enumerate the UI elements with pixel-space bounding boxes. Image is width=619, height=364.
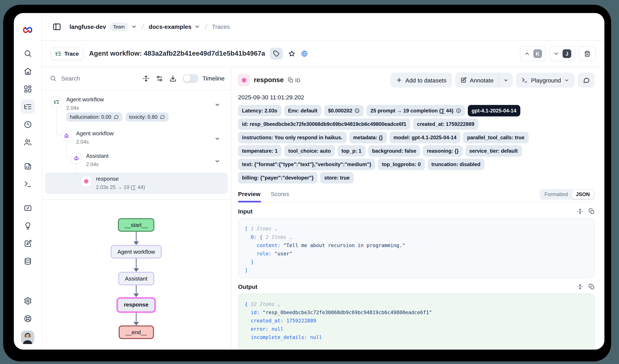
metadata-badge[interactable]: text: {"format":{"type":"text"},"verbosi…	[238, 159, 375, 170]
metadata-badge[interactable]: Latency: 2.03s	[238, 105, 281, 116]
chevron-down-icon[interactable]	[194, 24, 200, 30]
badge-text: tool_choice: auto	[288, 148, 331, 154]
fold-vertical-icon[interactable]	[577, 208, 583, 214]
sidebar-item-settings[interactable]	[21, 294, 35, 308]
collapse-all-button[interactable]	[142, 75, 150, 82]
score-badge[interactable]: toxicity: 0.80	[126, 112, 169, 121]
app-window: langfuse-dev Team / docs-examples / Trac…	[14, 13, 605, 350]
sidebar-item-dashboards[interactable]	[21, 82, 35, 96]
trace-type-chip[interactable]: Trace	[51, 47, 84, 60]
graph-node-end[interactable]: __end__	[119, 325, 154, 339]
tab-scores[interactable]: Scores	[271, 191, 289, 202]
sidebar-item-tracing[interactable]	[21, 99, 35, 114]
robot-icon	[71, 153, 82, 164]
tag-button[interactable]	[270, 48, 282, 59]
star-button[interactable]	[288, 50, 295, 57]
copy-id-button[interactable]: ID	[288, 77, 300, 83]
chevron-down-icon[interactable]	[131, 24, 137, 30]
sidebar-item-annotations[interactable]	[21, 236, 35, 251]
tree-row-agent-workflow[interactable]: Agent workflow2.04s	[61, 131, 114, 145]
metadata-badge[interactable]: instructions: You only respond in haikus…	[238, 132, 346, 143]
chevron-down-icon[interactable]	[214, 158, 220, 164]
metadata-badge[interactable]: Env: default	[284, 105, 322, 116]
metadata-badge[interactable]: service_tier: default	[465, 145, 521, 157]
fold-vertical-icon[interactable]	[577, 284, 583, 290]
sidebar-item-home[interactable]	[21, 64, 35, 78]
list-tree-icon	[24, 102, 32, 111]
copy-icon[interactable]	[589, 208, 595, 214]
sidebar-item-evals[interactable]	[21, 219, 35, 233]
annotate-menu-button[interactable]	[499, 73, 513, 88]
metadata-badge[interactable]: model: gpt-4.1-2025-04-14	[390, 132, 460, 143]
graph-edge	[136, 258, 137, 269]
output-json-viewer[interactable]: { 32 Items ⌄ id: "resp_0beedbcbe3c72fe30…	[238, 294, 595, 350]
tree-row-agent-workflow[interactable]: Agent workflow2.04s	[51, 97, 104, 111]
download-button[interactable]	[169, 75, 176, 82]
metadata-badge[interactable]: tool_choice: auto	[284, 145, 335, 157]
chevron-down-icon[interactable]	[214, 102, 220, 108]
metadata-badge[interactable]: created_at: 1759222889	[413, 118, 478, 130]
breadcrumb-separator: /	[141, 22, 145, 31]
search-input[interactable]: Search	[61, 75, 136, 82]
metadata-badge[interactable]: billing: {"payer":"developer"}	[238, 172, 318, 184]
langfuse-logo-icon[interactable]	[22, 24, 33, 36]
observation-title: response	[254, 76, 284, 84]
metadata-badge[interactable]: reasoning: {}	[423, 145, 463, 157]
tab-preview[interactable]: Preview	[238, 191, 260, 202]
sidebar-item-scores[interactable]	[21, 201, 35, 215]
input-json-viewer[interactable]: [ 1 Items ⌄ 0: { 2 Items ⌄ content: "Tel…	[238, 218, 595, 278]
json-line: 0: { 2 Items ⌄	[245, 233, 588, 241]
globe-button[interactable]	[301, 50, 308, 57]
breadcrumb-project[interactable]: docs-examples	[149, 23, 192, 30]
observation-tree: Agent workflow2.04shallucination: 0.00to…	[42, 90, 231, 199]
badge-row: id: resp_0beedbcbe3c72fe30068db9c69bc948…	[238, 118, 595, 130]
metadata-badge[interactable]: id: resp_0beedbcbe3c72fe30068db9c69bc948…	[238, 118, 410, 130]
graph-node-response[interactable]: response	[116, 297, 156, 313]
sidebar-item-prompts[interactable]	[21, 159, 35, 173]
metadata-badge[interactable]: truncation: disabled	[427, 159, 484, 170]
copy-icon[interactable]	[589, 284, 595, 290]
next-trace-button[interactable]: J	[549, 46, 575, 61]
metadata-badge[interactable]: temperature: 1	[238, 145, 282, 157]
gear-icon	[24, 297, 32, 305]
sidebar-item-users[interactable]	[21, 135, 35, 149]
metadata-badge[interactable]: gpt-4.1-2025-04-14	[467, 105, 520, 116]
sidebar-item-support[interactable]	[21, 311, 35, 325]
breadcrumb-page[interactable]: Traces	[212, 23, 230, 30]
add-to-datasets-button[interactable]: Add to datasets	[390, 73, 452, 88]
panel-left-icon[interactable]	[53, 22, 61, 31]
graph-node-Agent workflow[interactable]: Agent workflow	[111, 245, 162, 258]
metadata-badge[interactable]: background: false	[368, 145, 420, 157]
score-badge[interactable]: hallucination: 0.00	[66, 112, 122, 121]
chevron-down-icon[interactable]	[214, 136, 220, 142]
format-option-json[interactable]: JSON	[572, 190, 594, 199]
sidebar-item-search[interactable]	[21, 46, 35, 60]
sidebar-item-playground[interactable]	[21, 177, 35, 191]
metadata-badge[interactable]: $0.000202	[324, 105, 364, 116]
graph-node-Assistant[interactable]: Assistant	[118, 272, 154, 285]
metadata-badge[interactable]: 25 prompt → 19 completion (∑ 44)	[366, 105, 465, 116]
breadcrumb-org[interactable]: langfuse-dev	[70, 23, 106, 30]
metadata-badge[interactable]: parallel_tool_calls: true	[463, 132, 529, 143]
format-option-formatted[interactable]: Formatted	[541, 190, 572, 199]
sidebar-item-datasets[interactable]	[21, 254, 35, 268]
avatar[interactable]	[21, 331, 34, 344]
badge-text: $0.000202	[328, 108, 352, 114]
delete-trace-button[interactable]	[578, 46, 596, 61]
metadata-badge[interactable]: store: true	[320, 172, 353, 184]
tree-row-response[interactable]: ✻response2.03s 25 → 19 (∑ 44)	[81, 176, 145, 190]
lightbulb-icon	[24, 222, 32, 230]
badge-text: instructions: You only respond in haikus…	[242, 135, 342, 141]
sidebar-item-sessions[interactable]	[21, 117, 35, 132]
annotate-button[interactable]: Annotate	[455, 73, 499, 88]
graph-node-start[interactable]: __start__	[118, 218, 155, 232]
metadata-badge[interactable]: metadata: {}	[349, 132, 387, 143]
tree-row-assistant[interactable]: Assistant2.04s	[71, 153, 109, 167]
playground-button[interactable]: Playground	[516, 73, 575, 88]
timeline-toggle[interactable]	[183, 74, 198, 83]
metadata-badge[interactable]: top_logprobs: 0	[378, 159, 425, 170]
comments-button[interactable]	[578, 73, 594, 88]
prev-trace-button[interactable]: K	[520, 46, 546, 61]
tree-settings-button[interactable]	[156, 75, 163, 82]
metadata-badge[interactable]: top_p: 1	[338, 145, 365, 157]
